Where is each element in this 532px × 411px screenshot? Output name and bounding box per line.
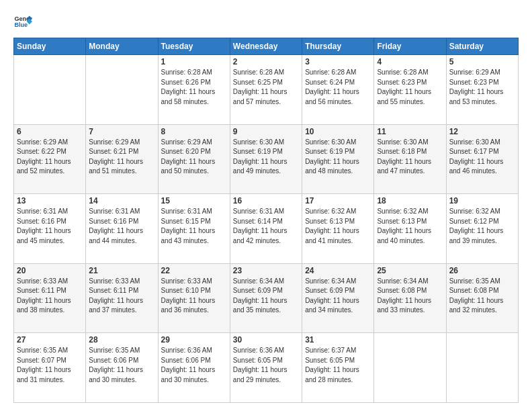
day-info: Sunrise: 6:29 AM Sunset: 6:23 PM Dayligh…: [449, 68, 515, 107]
day-number: 26: [449, 266, 515, 275]
day-number: 10: [305, 127, 371, 136]
day-info: Sunrise: 6:34 AM Sunset: 6:08 PM Dayligh…: [377, 277, 443, 316]
day-number: 1: [161, 57, 227, 66]
calendar-cell: [14, 55, 86, 125]
day-number: 17: [305, 196, 371, 205]
day-info: Sunrise: 6:29 AM Sunset: 6:21 PM Dayligh…: [89, 138, 154, 177]
calendar-cell: 2Sunrise: 6:28 AM Sunset: 6:25 PM Daylig…: [230, 55, 302, 125]
day-number: 5: [449, 57, 515, 66]
week-row-1: 1Sunrise: 6:28 AM Sunset: 6:26 PM Daylig…: [14, 55, 519, 125]
day-info: Sunrise: 6:35 AM Sunset: 6:06 PM Dayligh…: [89, 346, 154, 385]
calendar-cell: 29Sunrise: 6:36 AM Sunset: 6:06 PM Dayli…: [158, 333, 230, 403]
calendar-cell: 6Sunrise: 6:29 AM Sunset: 6:22 PM Daylig…: [14, 124, 86, 194]
calendar-cell: 16Sunrise: 6:31 AM Sunset: 6:14 PM Dayli…: [230, 194, 302, 264]
weekday-tuesday: Tuesday: [158, 38, 230, 55]
calendar-cell: 8Sunrise: 6:29 AM Sunset: 6:20 PM Daylig…: [158, 124, 230, 194]
logo: General Blue: [13, 12, 32, 31]
calendar-cell: 31Sunrise: 6:37 AM Sunset: 6:05 PM Dayli…: [302, 333, 374, 403]
day-info: Sunrise: 6:30 AM Sunset: 6:19 PM Dayligh…: [305, 138, 371, 177]
day-number: 21: [89, 266, 154, 275]
calendar-cell: 26Sunrise: 6:35 AM Sunset: 6:08 PM Dayli…: [446, 263, 518, 333]
weekday-header-row: SundayMondayTuesdayWednesdayThursdayFrid…: [14, 38, 519, 55]
calendar-cell: 23Sunrise: 6:34 AM Sunset: 6:09 PM Dayli…: [230, 263, 302, 333]
day-info: Sunrise: 6:37 AM Sunset: 6:05 PM Dayligh…: [305, 346, 371, 385]
day-number: 20: [17, 266, 83, 275]
svg-text:Blue: Blue: [14, 21, 28, 28]
day-info: Sunrise: 6:32 AM Sunset: 6:13 PM Dayligh…: [377, 207, 443, 246]
day-number: 4: [377, 57, 443, 66]
day-number: 13: [17, 196, 83, 205]
day-number: 24: [305, 266, 371, 275]
day-number: 29: [161, 335, 227, 345]
day-number: 18: [377, 196, 443, 205]
calendar-cell: 18Sunrise: 6:32 AM Sunset: 6:13 PM Dayli…: [374, 194, 446, 264]
calendar-cell: 27Sunrise: 6:35 AM Sunset: 6:07 PM Dayli…: [14, 333, 86, 403]
day-info: Sunrise: 6:31 AM Sunset: 6:16 PM Dayligh…: [89, 207, 154, 246]
calendar-cell: 22Sunrise: 6:33 AM Sunset: 6:10 PM Dayli…: [158, 263, 230, 333]
day-info: Sunrise: 6:28 AM Sunset: 6:25 PM Dayligh…: [233, 68, 299, 107]
day-info: Sunrise: 6:35 AM Sunset: 6:08 PM Dayligh…: [449, 277, 515, 316]
calendar-cell: 15Sunrise: 6:31 AM Sunset: 6:15 PM Dayli…: [158, 194, 230, 264]
calendar-cell: 17Sunrise: 6:32 AM Sunset: 6:13 PM Dayli…: [302, 194, 374, 264]
calendar-cell: 12Sunrise: 6:30 AM Sunset: 6:17 PM Dayli…: [446, 124, 518, 194]
day-info: Sunrise: 6:31 AM Sunset: 6:15 PM Dayligh…: [161, 207, 227, 246]
calendar-cell: 25Sunrise: 6:34 AM Sunset: 6:08 PM Dayli…: [374, 263, 446, 333]
calendar-cell: 28Sunrise: 6:35 AM Sunset: 6:06 PM Dayli…: [86, 333, 158, 403]
day-info: Sunrise: 6:36 AM Sunset: 6:06 PM Dayligh…: [161, 346, 227, 385]
day-info: Sunrise: 6:28 AM Sunset: 6:26 PM Dayligh…: [161, 68, 227, 107]
day-number: 9: [233, 127, 299, 136]
logo-icon: General Blue: [13, 12, 32, 31]
day-info: Sunrise: 6:35 AM Sunset: 6:07 PM Dayligh…: [17, 346, 83, 385]
week-row-4: 20Sunrise: 6:33 AM Sunset: 6:11 PM Dayli…: [14, 263, 519, 333]
day-number: 11: [377, 127, 443, 136]
week-row-5: 27Sunrise: 6:35 AM Sunset: 6:07 PM Dayli…: [14, 333, 519, 403]
calendar-cell: 24Sunrise: 6:34 AM Sunset: 6:09 PM Dayli…: [302, 263, 374, 333]
day-number: 31: [305, 335, 371, 345]
day-info: Sunrise: 6:33 AM Sunset: 6:11 PM Dayligh…: [17, 277, 83, 316]
calendar-cell: [374, 333, 446, 403]
day-number: 3: [305, 57, 371, 66]
day-info: Sunrise: 6:31 AM Sunset: 6:14 PM Dayligh…: [233, 207, 299, 246]
weekday-wednesday: Wednesday: [230, 38, 302, 55]
calendar-cell: 1Sunrise: 6:28 AM Sunset: 6:26 PM Daylig…: [158, 55, 230, 125]
day-info: Sunrise: 6:29 AM Sunset: 6:20 PM Dayligh…: [161, 138, 227, 177]
calendar-cell: 3Sunrise: 6:28 AM Sunset: 6:24 PM Daylig…: [302, 55, 374, 125]
day-number: 15: [161, 196, 227, 205]
weekday-saturday: Saturday: [446, 38, 518, 55]
day-number: 27: [17, 335, 83, 345]
day-number: 30: [233, 335, 299, 345]
day-number: 28: [89, 335, 154, 345]
calendar-cell: [446, 333, 518, 403]
day-number: 8: [161, 127, 227, 136]
header: General Blue: [13, 12, 519, 31]
calendar-cell: 21Sunrise: 6:33 AM Sunset: 6:11 PM Dayli…: [86, 263, 158, 333]
calendar-cell: 4Sunrise: 6:28 AM Sunset: 6:23 PM Daylig…: [374, 55, 446, 125]
weekday-friday: Friday: [374, 38, 446, 55]
day-info: Sunrise: 6:36 AM Sunset: 6:05 PM Dayligh…: [233, 346, 299, 385]
calendar-cell: 13Sunrise: 6:31 AM Sunset: 6:16 PM Dayli…: [14, 194, 86, 264]
calendar-cell: 10Sunrise: 6:30 AM Sunset: 6:19 PM Dayli…: [302, 124, 374, 194]
day-info: Sunrise: 6:31 AM Sunset: 6:16 PM Dayligh…: [17, 207, 83, 246]
day-info: Sunrise: 6:30 AM Sunset: 6:17 PM Dayligh…: [449, 138, 515, 177]
calendar-cell: 11Sunrise: 6:30 AM Sunset: 6:18 PM Dayli…: [374, 124, 446, 194]
day-info: Sunrise: 6:34 AM Sunset: 6:09 PM Dayligh…: [233, 277, 299, 316]
day-number: 25: [377, 266, 443, 275]
calendar-cell: 19Sunrise: 6:32 AM Sunset: 6:12 PM Dayli…: [446, 194, 518, 264]
day-number: 2: [233, 57, 299, 66]
day-info: Sunrise: 6:28 AM Sunset: 6:23 PM Dayligh…: [377, 68, 443, 107]
day-number: 16: [233, 196, 299, 205]
day-number: 22: [161, 266, 227, 275]
week-row-3: 13Sunrise: 6:31 AM Sunset: 6:16 PM Dayli…: [14, 194, 519, 264]
day-info: Sunrise: 6:30 AM Sunset: 6:18 PM Dayligh…: [377, 138, 443, 177]
calendar-cell: 30Sunrise: 6:36 AM Sunset: 6:05 PM Dayli…: [230, 333, 302, 403]
day-number: 14: [89, 196, 154, 205]
calendar-cell: [86, 55, 158, 125]
day-info: Sunrise: 6:33 AM Sunset: 6:10 PM Dayligh…: [161, 277, 227, 316]
day-info: Sunrise: 6:30 AM Sunset: 6:19 PM Dayligh…: [233, 138, 299, 177]
calendar-table: SundayMondayTuesdayWednesdayThursdayFrid…: [13, 38, 519, 403]
calendar-cell: 20Sunrise: 6:33 AM Sunset: 6:11 PM Dayli…: [14, 263, 86, 333]
week-row-2: 6Sunrise: 6:29 AM Sunset: 6:22 PM Daylig…: [14, 124, 519, 194]
calendar-cell: 7Sunrise: 6:29 AM Sunset: 6:21 PM Daylig…: [86, 124, 158, 194]
day-info: Sunrise: 6:33 AM Sunset: 6:11 PM Dayligh…: [89, 277, 154, 316]
day-info: Sunrise: 6:29 AM Sunset: 6:22 PM Dayligh…: [17, 138, 83, 177]
